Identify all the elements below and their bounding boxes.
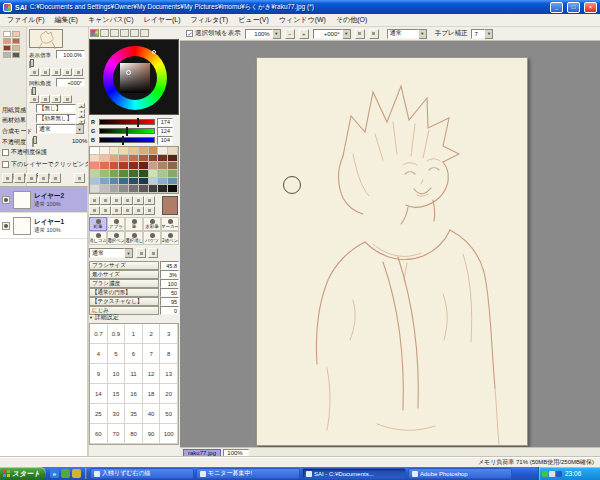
swatches-tab-icon[interactable] <box>120 29 129 37</box>
brush-size-preset[interactable]: 1 <box>125 324 143 344</box>
maximize-button[interactable]: □ <box>567 2 580 13</box>
scratch-swatch[interactable] <box>12 31 20 37</box>
scratch-swatch[interactable] <box>3 45 11 51</box>
nav-zoom-fit-button[interactable] <box>62 68 72 76</box>
paint-mode-combo[interactable]: 通常 ▼ <box>89 248 133 258</box>
color-swatch[interactable] <box>158 147 168 155</box>
chevron-down-icon[interactable]: ▼ <box>76 124 84 134</box>
color-swatch[interactable] <box>110 155 120 163</box>
brush-size-preset[interactable]: 12 <box>143 364 161 384</box>
color-swatch[interactable] <box>149 185 159 193</box>
color-swatch[interactable] <box>119 162 129 170</box>
brush-param-slider[interactable]: 【テクスチャなし】 <box>89 297 159 306</box>
navigator-angle-value[interactable]: +000° <box>56 78 85 87</box>
brush-size-preset[interactable]: 0.9 <box>108 324 126 344</box>
tool-zoom-icon[interactable] <box>133 196 144 205</box>
color-swatch[interactable] <box>90 178 100 186</box>
chevron-down-icon[interactable]: ▼ <box>485 29 493 39</box>
brush-size-preset[interactable]: 60 <box>90 424 108 444</box>
tool-mode-combo[interactable]: 通常 ▼ <box>387 29 427 39</box>
tray-icon-1[interactable] <box>542 471 548 477</box>
spin-up-icon[interactable]: ▲ <box>78 103 85 108</box>
color-swatch[interactable] <box>168 185 178 193</box>
color-swatch[interactable] <box>90 170 100 178</box>
color-swatch[interactable] <box>100 178 110 186</box>
checkbox-icon[interactable] <box>2 161 9 168</box>
rotate-cw-button[interactable] <box>369 29 379 39</box>
brush-size-preset[interactable]: 9 <box>90 364 108 384</box>
brush-tool[interactable]: 2値ペン <box>161 231 179 245</box>
scratch-swatch[interactable] <box>12 45 20 51</box>
tool-eyedropper-icon[interactable] <box>89 206 100 215</box>
tool-curve-icon[interactable] <box>111 206 122 215</box>
folder-icon[interactable] <box>72 469 81 478</box>
color-swatch[interactable] <box>149 155 159 163</box>
color-swatch[interactable] <box>110 162 120 170</box>
tool-edit-icon[interactable] <box>133 206 144 215</box>
red-value[interactable]: 174 <box>157 118 173 127</box>
color-swatch[interactable] <box>119 185 129 193</box>
brush-param-slider[interactable]: 【通常の円形】 <box>89 288 159 297</box>
brush-option-button-2[interactable] <box>148 248 158 258</box>
chevron-down-icon[interactable]: ▼ <box>125 248 133 258</box>
brush-param-slider[interactable]: ブラシ濃度 <box>89 279 159 288</box>
color-swatch[interactable] <box>100 185 110 193</box>
tool-rotate-view-icon[interactable] <box>144 196 155 205</box>
color-swatch[interactable] <box>100 155 110 163</box>
angle-combo[interactable]: +000° ▼ <box>313 29 351 39</box>
brush-size-preset[interactable]: 5 <box>108 344 126 364</box>
color-swatch[interactable] <box>119 155 129 163</box>
document-tab[interactable]: raku77.jpg <box>183 449 221 457</box>
merge-down-button[interactable] <box>38 173 49 183</box>
color-wheel[interactable] <box>89 39 179 115</box>
delete-layer-button[interactable] <box>74 173 85 183</box>
mixer-tab-icon[interactable] <box>140 29 149 37</box>
tool-line-icon[interactable] <box>122 206 133 215</box>
brush-param-value[interactable]: 100 <box>160 279 179 288</box>
color-swatch[interactable] <box>158 185 168 193</box>
current-color-chip[interactable] <box>162 196 178 215</box>
color-swatch[interactable] <box>149 147 159 155</box>
brush-size-preset[interactable]: 35 <box>125 404 143 424</box>
brush-size-preset[interactable]: 4 <box>90 344 108 364</box>
color-swatch[interactable] <box>110 147 120 155</box>
color-swatch[interactable] <box>129 147 139 155</box>
color-swatch[interactable] <box>90 147 100 155</box>
color-swatch[interactable] <box>119 170 129 178</box>
brush-size-preset[interactable]: 16 <box>125 384 143 404</box>
chevron-down-icon[interactable]: ▼ <box>273 29 281 39</box>
brush-tool[interactable]: 水彩筆 <box>143 217 161 231</box>
brush-tool[interactable]: 鉛筆 <box>89 217 107 231</box>
document-zoom[interactable]: 100% <box>223 449 249 457</box>
brush-size-preset[interactable]: 2 <box>143 324 161 344</box>
color-swatch[interactable] <box>110 178 120 186</box>
color-swatch[interactable] <box>129 185 139 193</box>
color-swatch[interactable] <box>100 162 110 170</box>
color-swatch[interactable] <box>129 155 139 163</box>
color-swatch[interactable] <box>90 162 100 170</box>
chevron-down-icon[interactable]: ▼ <box>343 29 351 39</box>
scratchpad-tab-icon[interactable] <box>130 29 139 37</box>
material-effect-value[interactable]: 【効果無し】 <box>36 114 76 123</box>
desktop-icon[interactable] <box>61 469 70 478</box>
nav-rotate-cw-button[interactable] <box>40 95 50 103</box>
color-swatch[interactable] <box>139 178 149 186</box>
tool-hand-icon[interactable] <box>100 206 111 215</box>
nav-rotate-ccw-button[interactable] <box>29 95 39 103</box>
brush-size-preset[interactable]: 13 <box>160 364 178 384</box>
menu-item[interactable]: ファイル(F) <box>2 15 50 25</box>
brush-option-button-1[interactable] <box>136 248 146 258</box>
color-swatch[interactable] <box>168 162 178 170</box>
menu-item[interactable]: レイヤー(L) <box>139 15 186 25</box>
brush-size-preset[interactable]: 8 <box>160 344 178 364</box>
brush-param-value[interactable]: 0 <box>160 306 179 315</box>
color-swatch[interactable] <box>158 155 168 163</box>
internet-explorer-icon[interactable]: e <box>50 469 59 478</box>
clear-layer-button[interactable] <box>50 173 61 183</box>
tool-rect-select-icon[interactable] <box>89 196 100 205</box>
brush-tool[interactable]: バケツ <box>143 231 161 245</box>
visibility-eye-icon[interactable] <box>2 222 10 230</box>
brush-tool[interactable]: エアブラシ <box>107 217 125 231</box>
brush-size-preset[interactable]: 0.7 <box>90 324 108 344</box>
color-swatch[interactable] <box>168 147 178 155</box>
